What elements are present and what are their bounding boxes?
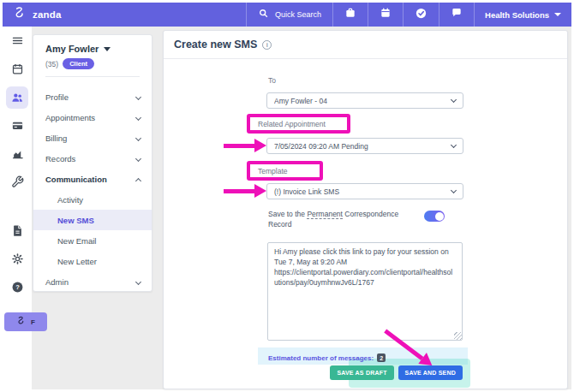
to-select-value: Amy Fowler - 04 (274, 97, 451, 105)
chevron-down-icon (451, 187, 457, 193)
annotation-box-template: Template (247, 161, 323, 181)
sidebar-item-label: New Email (57, 236, 96, 246)
save-record-row: Save to the Permanent Correspondence Rec… (268, 209, 467, 230)
chevron-down-icon (104, 47, 111, 51)
zanda-launcher-button[interactable]: F (4, 312, 47, 331)
settings-nav-button[interactable] (3, 245, 32, 273)
info-icon[interactable]: i (262, 40, 272, 50)
sidebar-item-admin[interactable]: Admin (33, 271, 152, 292)
sidebar-item-label: New Letter (57, 257, 97, 266)
reports-nav-button[interactable] (3, 140, 32, 168)
rail-spacer (3, 196, 32, 217)
account-menu[interactable]: Health Solutions (475, 3, 571, 27)
chevron-down-icon (554, 13, 561, 16)
sidebar-item-communication[interactable]: Communication (33, 169, 152, 189)
notes-nav-button[interactable] (3, 217, 32, 245)
sidebar-item-profile[interactable]: Profile (33, 86, 152, 107)
help-nav-button[interactable]: ? (3, 273, 32, 301)
permanent-term[interactable]: Permanent (307, 210, 343, 219)
menu-icon (6, 30, 28, 52)
to-select[interactable]: Amy Fowler - 04 (266, 92, 463, 109)
launcher-label: F (31, 318, 35, 326)
sidebar-item-new-sms[interactable]: New SMS (33, 210, 152, 230)
chevron-down-icon (135, 115, 141, 121)
sidebar-item-appointments[interactable]: Appointments (33, 107, 152, 128)
sidebar-item-new-letter[interactable]: New Letter (33, 251, 152, 271)
page-title: Create new SMS (174, 39, 257, 50)
chevron-down-icon (135, 279, 141, 285)
approvals-button[interactable] (404, 3, 439, 27)
calendar-nav-button[interactable] (3, 55, 32, 83)
save-record-label: Save to the Permanent Correspondence Rec… (268, 209, 416, 230)
account-name: Health Solutions (485, 10, 549, 20)
client-name: Amy Fowler (45, 44, 99, 54)
chevron-down-icon (135, 156, 141, 162)
chevron-down-icon (451, 142, 457, 148)
help-icon: ? (6, 276, 28, 299)
to-label: To (268, 76, 276, 85)
icon-rail: ? (3, 27, 32, 389)
template-select[interactable]: (!) Invoice Link SMS (266, 183, 463, 199)
sidebar-item-label: Records (45, 154, 75, 163)
sidebar-item-label: Admin (45, 277, 69, 287)
invoices-icon (6, 115, 28, 137)
menu-button[interactable] (3, 27, 32, 55)
briefcase-icon (344, 7, 356, 22)
settings-icon (6, 248, 28, 270)
divider (45, 76, 140, 77)
clients-nav-button[interactable] (3, 83, 32, 111)
sidebar-item-records[interactable]: Records (33, 148, 152, 169)
quick-search-button[interactable]: Quick Search (247, 3, 332, 27)
notes-icon (6, 220, 28, 242)
tools-icon (6, 171, 28, 193)
brand-name: zanda (33, 9, 62, 20)
toggle-knob (435, 212, 444, 221)
related-appointment-label: Related Appointment (250, 120, 326, 128)
chevron-down-icon (135, 94, 141, 100)
resize-handle[interactable] (454, 332, 462, 340)
sidebar-item-label: Communication (45, 175, 107, 184)
svg-text:?: ? (15, 283, 20, 291)
sidebar-item-label: Billing (45, 134, 67, 143)
reports-icon (6, 143, 28, 165)
tasks-button[interactable] (333, 3, 368, 27)
sidebar-item-new-email[interactable]: New Email (33, 230, 152, 251)
create-sms-panel: Create new SMS i To Amy Fowler - 04 Rela… (163, 30, 568, 389)
invoices-nav-button[interactable] (3, 111, 32, 140)
sidebar-item-activity[interactable]: Activity (33, 189, 152, 210)
sidebar-item-label: New SMS (57, 216, 94, 225)
zanda-squiggle-icon (13, 6, 27, 24)
sidebar-item-label: Appointments (45, 113, 95, 122)
client-sidebar: Amy Fowler (35) Client Profile Appointme… (33, 34, 152, 292)
save-as-draft-button[interactable]: SAVE AS DRAFT (330, 365, 393, 380)
message-area: Hi Amy please click this link to pay for… (267, 242, 463, 341)
tools-nav-button[interactable] (3, 168, 32, 196)
estimated-messages-label: Estimated number of messages: (268, 354, 374, 362)
calendar-icon (6, 58, 28, 80)
estimated-messages-count: 2 (377, 353, 386, 362)
client-menu: Profile Appointments Billing Records Com… (33, 84, 152, 292)
annotation-box-related-appointment: Related Appointment (247, 114, 350, 134)
annotation-arrow-template (224, 184, 266, 198)
quick-search-label: Quick Search (275, 10, 321, 19)
annotation-arrow-related-appointment (224, 139, 266, 152)
clients-icon (6, 86, 28, 109)
related-appointment-select[interactable]: 7/05/2024 09:20 AM Pending (266, 138, 463, 154)
estimated-messages-row: Estimated number of messages: 2 (268, 353, 386, 362)
sms-message-textarea[interactable]: Hi Amy please click this link to pay for… (267, 242, 463, 341)
chevron-up-icon (135, 178, 141, 184)
topbar: zanda Quick Search (3, 3, 571, 27)
sidebar-item-label: Profile (45, 92, 69, 102)
client-name-dropdown[interactable]: Amy Fowler (45, 44, 140, 54)
calendar-button[interactable] (368, 3, 403, 27)
permanent-record-toggle[interactable] (424, 211, 445, 222)
search-icon (258, 7, 269, 22)
related-appointment-select-value: 7/05/2024 09:20 AM Pending (274, 142, 451, 151)
client-badge: Client (63, 58, 94, 69)
sidebar-item-billing[interactable]: Billing (33, 128, 152, 148)
template-select-value: (!) Invoice Link SMS (274, 187, 451, 196)
zanda-logo[interactable]: zanda (3, 3, 62, 27)
messages-button[interactable] (439, 3, 474, 27)
client-age: (35) (45, 60, 58, 68)
app-window: zanda Quick Search (0, 0, 574, 392)
